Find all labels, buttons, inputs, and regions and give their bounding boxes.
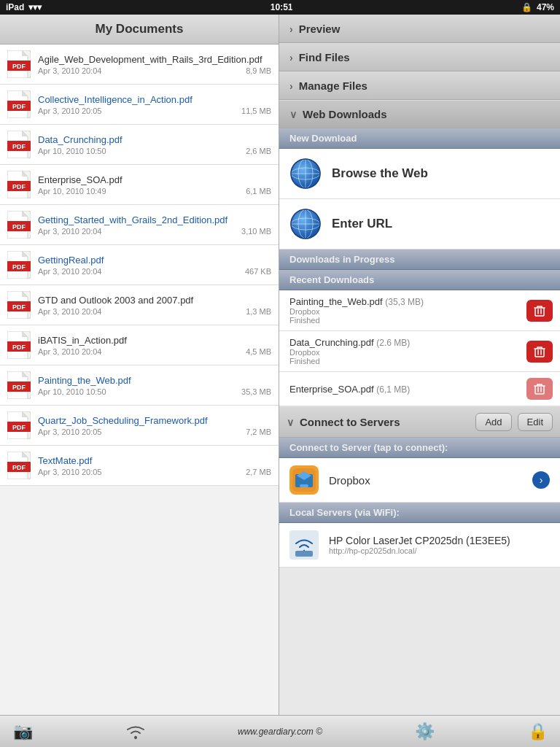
recent-downloads-header: Recent Downloads xyxy=(279,270,560,290)
file-size-4: 3,10 MB xyxy=(241,227,271,236)
web-downloads-label: Web Downloads xyxy=(303,108,387,120)
my-documents-title: My Documents xyxy=(96,22,184,36)
download-info-2: Data_Crunching.pdf (2.6 MB) Dropbox Fini… xyxy=(289,337,521,365)
add-server-button[interactable]: Add xyxy=(475,413,511,431)
file-date-4: Apr 3, 2010 20:04 xyxy=(38,227,101,236)
camera-icon[interactable]: 📷 xyxy=(12,721,34,743)
preview-label: Preview xyxy=(299,23,341,35)
file-list[interactable]: PDF Agile_Web_Development_with_Rails_3rd… xyxy=(0,44,279,715)
download-status-2: Finished xyxy=(289,357,521,365)
file-name-7: iBATIS_in_Action.pdf xyxy=(38,335,271,346)
svg-text:PDF: PDF xyxy=(12,303,26,311)
status-left: iPad ▾▾▾ xyxy=(6,2,42,12)
svg-text:PDF: PDF xyxy=(12,143,26,150)
dropbox-server-item[interactable]: Dropbox › xyxy=(279,458,560,503)
file-meta-4: Apr 3, 2010 20:04 3,10 MB xyxy=(38,227,271,236)
hp-printer-item[interactable]: HP Color LaserJet CP2025dn (1E3EE5) http… xyxy=(279,523,560,568)
file-item-5[interactable]: PDF GettingReal.pdf Apr 3, 2010 20:04 46… xyxy=(0,245,279,285)
bottom-bar: 📷 www.geardiary.com © ⚙️ 🔒 xyxy=(0,715,560,747)
file-item-3[interactable]: PDF Enterprise_SOA.pdf Apr 10, 2010 10:4… xyxy=(0,165,279,205)
downloads-in-progress-header: Downloads in Progress xyxy=(279,249,560,270)
browse-web-icon xyxy=(289,158,322,190)
download-item-2[interactable]: Data_Crunching.pdf (2.6 MB) Dropbox Fini… xyxy=(279,331,560,372)
find-files-chevron: › xyxy=(289,52,293,63)
download-name-1: Painting_the_Web.pdf (35,3 MB) xyxy=(289,296,521,307)
enter-url-label: Enter URL xyxy=(332,217,392,231)
svg-text:PDF: PDF xyxy=(12,464,26,471)
lock-icon[interactable]: 🔒 xyxy=(526,721,548,743)
settings-icon[interactable]: ⚙️ xyxy=(413,721,435,743)
local-servers-header: Local Servers (via WiFi): xyxy=(279,503,560,523)
file-size-7: 4,5 MB xyxy=(246,347,271,356)
device-label: iPad xyxy=(6,2,24,12)
pdf-icon-7: PDF xyxy=(7,331,31,359)
file-size-0: 8,9 MB xyxy=(246,66,271,75)
browse-web-item[interactable]: Browse the Web xyxy=(279,149,560,199)
pdf-icon-10: PDF xyxy=(7,452,31,479)
file-item-1[interactable]: PDF Collective_Intelligence_in_Action.pd… xyxy=(0,85,279,125)
file-date-3: Apr 10, 2010 10:49 xyxy=(38,187,106,196)
file-item-2[interactable]: PDF Data_Crunching.pdf Apr 10, 2010 10:5… xyxy=(0,125,279,165)
file-meta-2: Apr 10, 2010 10:50 2,6 MB xyxy=(38,147,271,155)
svg-text:PDF: PDF xyxy=(12,63,26,70)
delete-button-1[interactable] xyxy=(526,300,553,322)
hp-printer-details: HP Color LaserJet CP2025dn (1E3EE5) http… xyxy=(329,535,510,555)
connect-section-label: Connect to Server (tap to connect): xyxy=(289,442,448,453)
connect-servers-section[interactable]: ∨ Connect to Servers Add Edit xyxy=(279,406,560,438)
file-info-0: Agile_Web_Development_with_Rails_3rd_Edi… xyxy=(38,54,271,75)
file-item-8[interactable]: PDF Painting_the_Web.pdf Apr 10, 2010 10… xyxy=(0,365,279,406)
file-size-9: 7,2 MB xyxy=(246,427,271,436)
find-files-section[interactable]: › Find Files xyxy=(279,43,560,71)
delete-button-3[interactable] xyxy=(526,378,553,400)
file-item-4[interactable]: PDF Getting_Started_with_Grails_2nd_Edit… xyxy=(0,205,279,245)
file-date-6: Apr 3, 2010 20:04 xyxy=(38,307,101,316)
connect-servers-chevron: ∨ xyxy=(287,417,294,428)
local-servers-label: Local Servers (via WiFi): xyxy=(289,507,400,518)
file-name-6: GTD and Outlook 2003 and 2007.pdf xyxy=(38,295,271,306)
svg-text:PDF: PDF xyxy=(12,103,26,110)
file-item-9[interactable]: PDF Quartz_Job_Scheduling_Framework.pdf … xyxy=(0,406,279,446)
file-meta-8: Apr 10, 2010 10:50 35,3 MB xyxy=(38,387,271,396)
enter-url-icon xyxy=(289,208,322,240)
enter-url-item[interactable]: Enter URL xyxy=(279,199,560,249)
download-item-1[interactable]: Painting_the_Web.pdf (35,3 MB) Dropbox F… xyxy=(279,290,560,331)
file-item-0[interactable]: PDF Agile_Web_Development_with_Rails_3rd… xyxy=(0,44,279,85)
file-name-4: Getting_Started_with_Grails_2nd_Edition.… xyxy=(38,214,271,225)
edit-server-button[interactable]: Edit xyxy=(518,413,553,431)
pdf-icon-1: PDF xyxy=(7,90,31,118)
file-date-10: Apr 3, 2010 20:05 xyxy=(38,468,101,476)
file-date-2: Apr 10, 2010 10:50 xyxy=(38,147,106,155)
new-download-label: New Download xyxy=(289,133,357,144)
preview-section[interactable]: › Preview xyxy=(279,15,560,43)
file-item-10[interactable]: PDF TextMate.pdf Apr 3, 2010 20:05 2,7 M… xyxy=(0,446,279,486)
svg-text:PDF: PDF xyxy=(12,344,26,351)
web-downloads-section[interactable]: ∨ Web Downloads xyxy=(279,100,560,128)
file-date-7: Apr 3, 2010 20:04 xyxy=(38,347,101,356)
svg-text:PDF: PDF xyxy=(12,263,26,271)
file-date-5: Apr 3, 2010 20:04 xyxy=(38,267,101,276)
wifi-settings-icon[interactable] xyxy=(125,721,147,743)
file-item-7[interactable]: PDF iBATIS_in_Action.pdf Apr 3, 2010 20:… xyxy=(0,325,279,365)
pdf-icon-3: PDF xyxy=(7,171,31,198)
time-display: 10:51 xyxy=(271,2,293,12)
right-panel[interactable]: › Preview › Find Files › Manage Files ∨ … xyxy=(279,15,560,715)
file-item-6[interactable]: PDF GTD and Outlook 2003 and 2007.pdf Ap… xyxy=(0,285,279,325)
downloads-in-progress-label: Downloads in Progress xyxy=(289,254,394,265)
file-size-5: 467 KB xyxy=(245,267,271,276)
preview-chevron: › xyxy=(289,23,293,35)
manage-files-chevron: › xyxy=(289,80,293,92)
svg-text:PDF: PDF xyxy=(12,183,26,190)
file-meta-6: Apr 3, 2010 20:04 1,3 MB xyxy=(38,307,271,316)
left-panel: My Documents PDF Agile_Web_Development_w… xyxy=(0,15,279,715)
manage-files-section[interactable]: › Manage Files xyxy=(279,71,560,100)
file-info-4: Getting_Started_with_Grails_2nd_Edition.… xyxy=(38,214,271,236)
delete-button-2[interactable] xyxy=(526,341,553,363)
svg-text:PDF: PDF xyxy=(12,424,26,431)
file-name-1: Collective_Intelligence_in_Action.pdf xyxy=(38,94,271,105)
file-info-9: Quartz_Job_Scheduling_Framework.pdf Apr … xyxy=(38,415,271,436)
file-meta-0: Apr 3, 2010 20:04 8,9 MB xyxy=(38,66,271,75)
pdf-icon-8: PDF xyxy=(7,371,31,399)
svg-text:PDF: PDF xyxy=(12,384,26,391)
file-meta-3: Apr 10, 2010 10:49 6,1 MB xyxy=(38,187,271,196)
download-item-3[interactable]: Enterprise_SOA.pdf (6,1 MB) xyxy=(279,372,560,406)
